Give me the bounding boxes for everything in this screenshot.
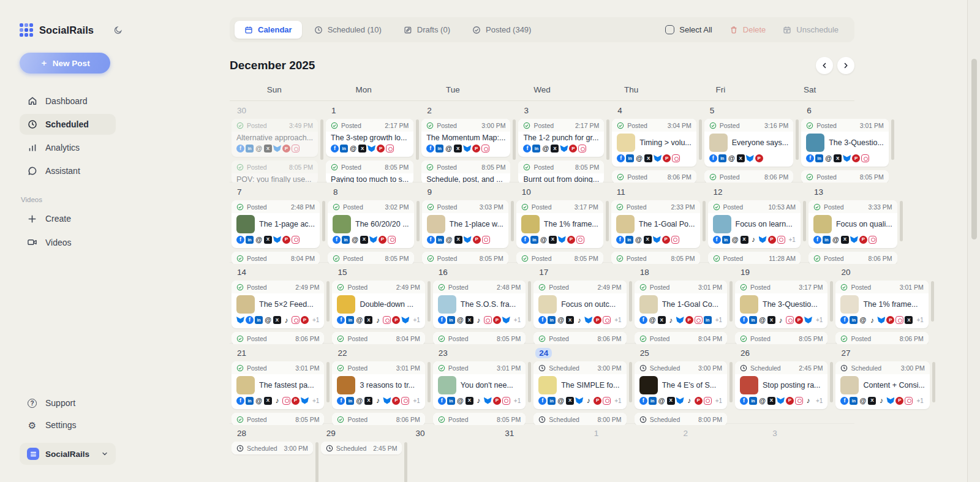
post-card[interactable]: Posted3:01 PMThe 3-Questio...fin@XP [801,119,889,167]
post-card[interactable]: Posted10:53 AMFocus on learn...fin@X♪P+1 [708,200,801,248]
post-card[interactable]: Posted3:16 PMEveryone says...fin@XP [704,119,793,167]
cell-scrollbar-thumb[interactable] [629,281,632,322]
post-card[interactable]: Posted2:48 PMThe 1-page ac...fin@XP [232,200,320,248]
sidebar-item-create[interactable]: Create [20,208,116,229]
cell-scrollbar-thumb[interactable] [322,201,325,241]
post-card[interactable]: Posted8:06 PM [332,413,424,425]
post-card[interactable]: Posted8:06 PM [835,332,928,344]
cell-scrollbar-thumb[interactable] [404,442,407,482]
post-card[interactable]: Posted2:33 PMThe 1-Goal Po...fin@XP [611,200,700,248]
cell-scrollbar-thumb[interactable] [699,119,702,160]
cell-scrollbar-thumb[interactable] [729,362,733,402]
post-card[interactable]: Posted8:06 PM [533,332,626,344]
post-card[interactable]: Posted8:05 PM [801,170,889,183]
delete-button[interactable]: Delete [722,21,774,38]
post-card[interactable]: Posted3:17 PMThe 1% frame...fin@XP [516,200,603,248]
cell-scrollbar-thumb[interactable] [528,362,531,402]
post-card[interactable]: Posted2:49 PMThe 5×2 Feed...fin@X♪P+1 [232,281,324,328]
post-card[interactable]: Scheduled2:45 PM [321,442,402,454]
cell-scrollbar-thumb[interactable] [315,442,318,482]
sidebar-item-analytics[interactable]: Analytics [20,137,116,158]
window-scrollbar-track[interactable] [967,0,980,482]
post-card[interactable]: Posted2:49 PMDouble-down ...fin@X♪P+1 [332,281,424,328]
post-card[interactable]: Posted3:33 PMFocus on quali...fin@XP [809,200,897,248]
post-card[interactable]: Posted8:05 PMPaying too much to s... [326,160,413,183]
post-card[interactable]: Posted3:01 PM3 reasons to tr...fin@X♪P+1 [332,361,424,409]
post-card[interactable]: Posted3:01 PMThe 1-Goal Co...f@X♪Pin+1 [635,281,727,328]
post-card[interactable]: Posted2:17 PMThe 3-step growth lo...fin@… [326,119,413,157]
post-card[interactable]: Posted8:05 PM [232,413,324,425]
cell-scrollbar-thumb[interactable] [891,119,894,160]
post-card[interactable]: Posted8:06 PM [809,252,897,264]
sidebar-item-settings[interactable]: ⚙ Settings [20,415,116,435]
cell-scrollbar-thumb[interactable] [830,362,833,402]
tab-calendar[interactable]: Calendar [235,21,302,39]
post-card[interactable]: Scheduled8:00 PM [533,413,626,425]
prev-month-button[interactable] [816,57,833,74]
post-card[interactable]: Posted8:05 PM [422,252,508,264]
unschedule-button[interactable]: Unschedule [775,21,846,38]
cell-scrollbar-thumb[interactable] [320,119,323,160]
post-card[interactable]: Posted3:01 PMThe fastest pa...fin@X♪P+1 [232,361,324,409]
cell-scrollbar-thumb[interactable] [803,201,806,241]
cell-scrollbar-thumb[interactable] [416,119,419,160]
post-card[interactable]: Posted2:48 PMThe S.O.S. fra...fin@X♪P+1 [433,281,526,328]
post-card[interactable]: Scheduled3:00 PM [232,442,313,454]
post-card[interactable]: Posted3:00 PMThe Momentum Map:...fin@XP [421,119,510,157]
cell-scrollbar-thumb[interactable] [900,201,903,241]
post-card[interactable]: Posted3:04 PMTiming > volu...fin@XP [612,119,696,167]
post-card[interactable]: Scheduled2:45 PMStop posting ra...fin@XP… [735,361,827,409]
tab-scheduled[interactable]: Scheduled (10) [304,21,391,39]
post-card[interactable]: Posted8:05 PM [328,252,414,264]
sidebar-item-videos[interactable]: Videos [20,232,116,253]
sidebar-item-dashboard[interactable]: Dashboard [20,91,116,111]
cell-scrollbar-thumb[interactable] [511,201,514,241]
post-card[interactable]: Scheduled3:00 PMContent + Consi...fin@X♪… [835,361,929,409]
post-card[interactable]: Posted8:05 PMPOV: you finally use... [232,160,318,183]
post-card[interactable]: Posted8:04 PM [232,252,320,264]
next-month-button[interactable] [837,57,854,74]
workspace-switcher[interactable]: SocialRails [20,443,116,465]
post-card[interactable]: Posted8:05 PMBurnt out from doing... [518,160,604,183]
post-card[interactable]: Posted8:06 PM [612,170,696,183]
select-all-checkbox[interactable] [665,25,674,34]
cell-scrollbar-thumb[interactable] [417,201,420,241]
dark-mode-toggle[interactable] [113,26,123,35]
post-card[interactable]: Posted8:05 PM [516,252,603,264]
post-card[interactable]: Posted2:49 PMFocus on outc...fin@X♪P+1 [533,281,626,328]
sidebar-item-support[interactable]: ? Support [20,393,116,413]
post-card[interactable]: Posted8:06 PM [704,170,793,183]
cell-scrollbar-thumb[interactable] [428,362,431,402]
cell-scrollbar-thumb[interactable] [629,362,632,402]
cell-scrollbar-thumb[interactable] [931,281,934,322]
cell-scrollbar-thumb[interactable] [830,281,833,322]
post-card[interactable]: Scheduled8:00 PM [635,413,727,425]
select-all-control[interactable]: Select All [658,21,719,38]
post-card[interactable]: Posted8:05 PMSchedule, post, and ... [421,160,510,183]
cell-scrollbar-thumb[interactable] [428,281,431,322]
sidebar-item-assistant[interactable]: Assistant [20,160,116,181]
post-card[interactable]: Posted3:49 PMAlternative approach...fin@… [232,119,318,157]
cell-scrollbar-thumb[interactable] [932,362,935,402]
post-card[interactable]: Posted8:06 PM [232,332,324,344]
post-card[interactable]: Posted8:04 PM [635,332,727,344]
cell-scrollbar-thumb[interactable] [796,119,799,160]
post-card[interactable]: Posted3:01 PMThe 1% frame...fin@♪PX+1 [835,281,928,328]
window-scrollbar-thumb[interactable] [971,59,977,239]
cell-scrollbar-thumb[interactable] [326,281,330,322]
cell-scrollbar-thumb[interactable] [703,201,706,241]
cell-scrollbar-thumb[interactable] [729,281,733,322]
tab-posted[interactable]: Posted (349) [462,21,541,39]
post-card[interactable]: Posted8:05 PM [611,252,700,264]
cell-scrollbar-thumb[interactable] [606,201,609,241]
post-card[interactable]: Posted3:01 PMYou don't nee...fin@X♪P+1 [433,361,526,409]
post-card[interactable]: Posted3:03 PMThe 1-place w...fin@XP [422,200,508,248]
cell-scrollbar-thumb[interactable] [326,362,330,402]
post-card[interactable]: Posted8:05 PM [735,332,827,344]
post-card[interactable]: Posted8:05 PM [433,413,526,425]
tab-drafts[interactable]: Drafts (0) [394,21,460,39]
post-card[interactable]: Posted2:17 PMThe 1-2 punch for gr...fin@… [518,119,604,157]
cell-scrollbar-thumb[interactable] [513,119,516,160]
cell-scrollbar-thumb[interactable] [528,281,531,322]
post-card[interactable]: Scheduled3:00 PMThe SIMPLE fo...fin@X♪P+… [533,361,626,409]
